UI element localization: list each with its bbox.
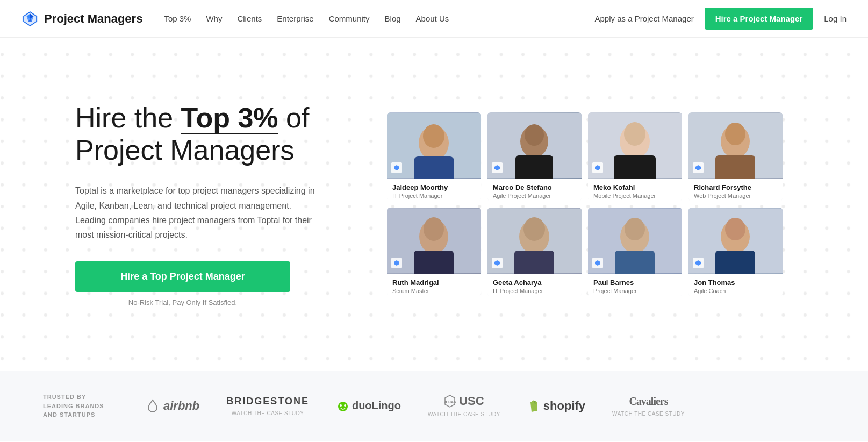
svg-rect-12: [515, 155, 553, 179]
toptal-badge-geeta: [492, 258, 503, 268]
cavaliers-case: WATCH THE CASE STUDY: [612, 411, 685, 417]
svg-point-16: [624, 122, 645, 146]
profile-name-jaideep: Jaideep Moorthy: [392, 183, 476, 191]
login-link[interactable]: Log In: [824, 14, 847, 23]
duolingo-logo: duoLingo: [336, 399, 401, 413]
svg-point-41: [725, 218, 745, 240]
svg-marker-13: [494, 165, 500, 170]
svg-text:TROJANS: TROJANS: [444, 400, 456, 404]
svg-rect-22: [715, 155, 755, 179]
svg-rect-17: [614, 155, 656, 179]
nav-right: Apply as a Project Manager Hire a Projec…: [594, 8, 847, 30]
hero-highlight: Top 3%: [181, 102, 278, 134]
svg-point-21: [725, 123, 745, 145]
hero-content: Hire the Top 3% ofProject Managers Topta…: [75, 102, 355, 306]
svg-rect-32: [514, 251, 554, 274]
cavaliers-text: Cavaliers: [629, 395, 668, 408]
hero-title: Hire the Top 3% ofProject Managers: [75, 102, 355, 167]
toptal-badge-meko: [592, 162, 603, 173]
svg-marker-18: [595, 165, 600, 170]
apply-link[interactable]: Apply as a Project Manager: [594, 14, 693, 23]
usc-logo: TROJANS USC: [444, 394, 484, 408]
logo-shopify: shopify: [527, 399, 585, 413]
svg-point-26: [424, 217, 444, 241]
svg-point-6: [423, 124, 444, 148]
toptal-badge-jon: [693, 258, 704, 268]
trusted-label: TRUSTED BY LEADING BRANDS AND STARTUPS: [43, 393, 113, 419]
hero-cta-button[interactable]: Hire a Top Project Manager: [75, 261, 290, 292]
profile-role-jaideep: IT Project Manager: [392, 193, 476, 199]
profile-info-jon: Jon Thomas Agile Coach: [688, 274, 783, 296]
profile-info-paul: Paul Barnes Project Manager: [588, 274, 682, 296]
profile-name-richard: Richard Forsythe: [694, 183, 777, 191]
svg-point-46: [344, 404, 346, 407]
nav-clients[interactable]: Clients: [237, 14, 262, 23]
profile-info-jaideep: Jaideep Moorthy IT Project Manager: [387, 179, 481, 201]
svg-marker-43: [695, 260, 701, 266]
profile-card-paul: Paul Barnes Project Manager: [588, 208, 682, 296]
nav-blog[interactable]: Blog: [385, 14, 401, 23]
profile-name-jon: Jon Thomas: [694, 279, 777, 287]
trusted-bar: TRUSTED BY LEADING BRANDS AND STARTUPS a…: [0, 371, 868, 441]
toptal-badge-richard: [693, 162, 704, 173]
profile-info-geeta: Geeta Acharya IT Project Manager: [487, 274, 582, 296]
logo-bridgestone: BRIDGESTONE WATCH THE CASE STUDY: [226, 396, 309, 416]
profile-role-richard: Web Project Manager: [694, 193, 777, 199]
profile-role-jon: Agile Coach: [694, 288, 777, 294]
svg-point-36: [625, 218, 645, 240]
profile-card-geeta: Geeta Acharya IT Project Manager: [487, 208, 582, 296]
toptal-badge-paul: [592, 258, 603, 268]
profile-card-richard: Richard Forsythe Web Project Manager: [688, 112, 783, 201]
hero-section: Hire the Top 3% ofProject Managers Topta…: [0, 38, 868, 371]
shopify-logo: shopify: [527, 399, 585, 413]
profile-card-ruth: Ruth Madrigal Scrum Master: [387, 208, 481, 296]
toptal-badge-ruth: [391, 258, 402, 268]
profile-role-geeta: IT Project Manager: [493, 288, 576, 294]
logo-cavaliers: Cavaliers WATCH THE CASE STUDY: [612, 395, 685, 417]
svg-marker-38: [595, 260, 600, 266]
profile-card-meko: Meko Kofahl Mobile Project Manager: [588, 112, 682, 201]
profile-card-marco: Marco De Stefano Agile Project Manager: [487, 112, 582, 201]
bridgestone-case: WATCH THE CASE STUDY: [232, 410, 304, 416]
logo-usc: TROJANS USC WATCH THE CASE STUDY: [428, 394, 500, 417]
svg-rect-27: [414, 251, 454, 274]
profile-role-marco: Agile Project Manager: [493, 193, 576, 199]
svg-marker-23: [695, 165, 701, 170]
nav-why[interactable]: Why: [206, 14, 222, 23]
profile-card-jon: Jon Thomas Agile Coach: [688, 208, 783, 296]
svg-marker-8: [394, 165, 399, 170]
hire-pm-button[interactable]: Hire a Project Manager: [705, 8, 814, 30]
svg-rect-42: [715, 251, 755, 274]
profile-info-ruth: Ruth Madrigal Scrum Master: [387, 274, 481, 296]
toptal-diamond-icon: [21, 10, 39, 27]
svg-rect-7: [414, 156, 454, 179]
logo-duolingo: duoLingo: [336, 399, 401, 413]
svg-point-44: [338, 402, 348, 411]
nav-about[interactable]: About Us: [416, 14, 449, 23]
profile-info-meko: Meko Kofahl Mobile Project Manager: [588, 179, 682, 201]
logo-airbnb: airbnb: [145, 398, 199, 414]
profile-name-geeta: Geeta Acharya: [493, 279, 576, 287]
profile-info-richard: Richard Forsythe Web Project Manager: [688, 179, 783, 201]
svg-marker-33: [494, 260, 500, 266]
profile-grid: Jaideep Moorthy IT Project Manager Marco…: [387, 112, 804, 296]
airbnb-logo-text: airbnb: [145, 398, 199, 414]
svg-rect-37: [615, 251, 655, 274]
profile-role-paul: Project Manager: [593, 288, 677, 294]
svg-point-31: [523, 217, 545, 241]
nav-community[interactable]: Community: [329, 14, 370, 23]
bridgestone-text: BRIDGESTONE: [226, 396, 309, 407]
profile-info-marco: Marco De Stefano Agile Project Manager: [487, 179, 582, 201]
toptal-badge-jaideep: [391, 162, 402, 173]
usc-case: WATCH THE CASE STUDY: [428, 411, 500, 417]
trusted-logos: airbnb BRIDGESTONE WATCH THE CASE STUDY …: [145, 394, 825, 417]
profile-role-meko: Mobile Project Manager: [593, 193, 677, 199]
profile-name-paul: Paul Barnes: [593, 279, 677, 287]
nav-enterprise[interactable]: Enterprise: [277, 14, 313, 23]
profile-card-jaideep: Jaideep Moorthy IT Project Manager: [387, 112, 481, 201]
brand-logo[interactable]: Project Managers: [21, 10, 142, 27]
toptal-badge-marco: [492, 162, 503, 173]
nav-top3[interactable]: Top 3%: [164, 14, 191, 23]
brand-name: Project Managers: [44, 12, 142, 26]
svg-marker-28: [394, 260, 399, 266]
